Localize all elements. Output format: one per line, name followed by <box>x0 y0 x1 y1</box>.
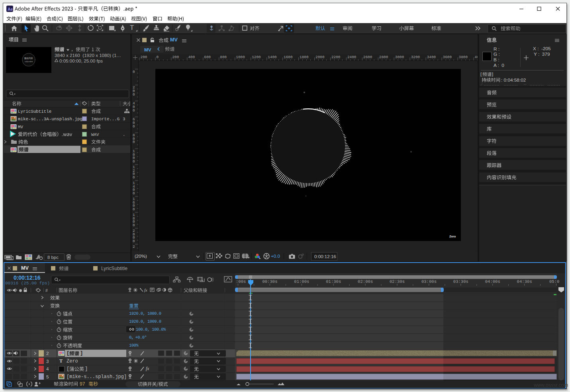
svg-text:fx: fx <box>144 288 147 292</box>
